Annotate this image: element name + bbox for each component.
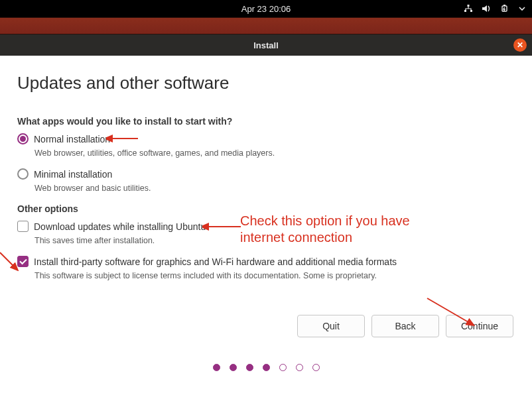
progress-dots [17, 364, 515, 371]
svg-rect-1 [470, 10, 472, 12]
installer-content: Updates and other software What apps wou… [0, 56, 532, 371]
minimal-install-label: Minimal installation [34, 169, 112, 180]
window-titlebar: Install ✕ [0, 34, 532, 56]
window-title: Install [253, 40, 279, 50]
progress-dot [230, 364, 237, 371]
system-topbar: Apr 23 20:06 [0, 0, 532, 17]
progress-dot [246, 364, 253, 371]
progress-dot [263, 364, 270, 371]
continue-button[interactable]: Continue [446, 315, 513, 337]
install-type-question: What apps would you like to install to s… [17, 116, 515, 127]
window-decoration-strip [0, 17, 532, 34]
third-party-label: Install third-party software for graphic… [34, 256, 397, 267]
download-updates-desc: This saves time after installation. [34, 236, 155, 245]
normal-install-option[interactable]: Normal installation [17, 133, 515, 144]
button-row: Quit Back Continue [17, 315, 515, 337]
minimal-install-desc: Web browser and basic utilities. [34, 184, 151, 193]
system-tray [463, 4, 525, 13]
page-heading: Updates and other software [17, 73, 515, 93]
volume-icon[interactable] [482, 4, 492, 13]
quit-button[interactable]: Quit [297, 315, 365, 337]
svg-rect-2 [468, 5, 470, 7]
progress-dot [279, 364, 287, 371]
normal-install-label: Normal installation [34, 134, 110, 144]
annotation-text-internet: Check this option if you have internet c… [240, 213, 410, 246]
dropdown-icon[interactable] [519, 4, 525, 13]
progress-dot [312, 364, 320, 371]
download-updates-label: Download updates while installing Ubuntu [34, 221, 206, 232]
third-party-checkbox[interactable] [17, 256, 29, 267]
progress-dot [213, 364, 220, 371]
network-icon[interactable] [463, 4, 474, 13]
window-close-button[interactable]: ✕ [513, 38, 527, 52]
normal-install-radio[interactable] [17, 133, 29, 144]
svg-rect-0 [464, 10, 466, 12]
close-icon: ✕ [517, 41, 523, 49]
svg-line-7 [0, 253, 13, 266]
normal-install-desc: Web browser, utilities, office software,… [34, 148, 275, 158]
minimal-install-radio[interactable] [17, 168, 29, 180]
download-updates-checkbox[interactable] [17, 221, 29, 232]
svg-rect-4 [503, 5, 505, 6]
back-button[interactable]: Back [371, 315, 439, 337]
third-party-desc: This software is subject to license term… [34, 271, 377, 280]
minimal-install-option[interactable]: Minimal installation [17, 168, 515, 180]
clock: Apr 23 20:06 [241, 4, 291, 14]
third-party-option[interactable]: Install third-party software for graphic… [17, 256, 515, 267]
progress-dot [296, 364, 303, 371]
battery-icon[interactable] [500, 4, 511, 13]
